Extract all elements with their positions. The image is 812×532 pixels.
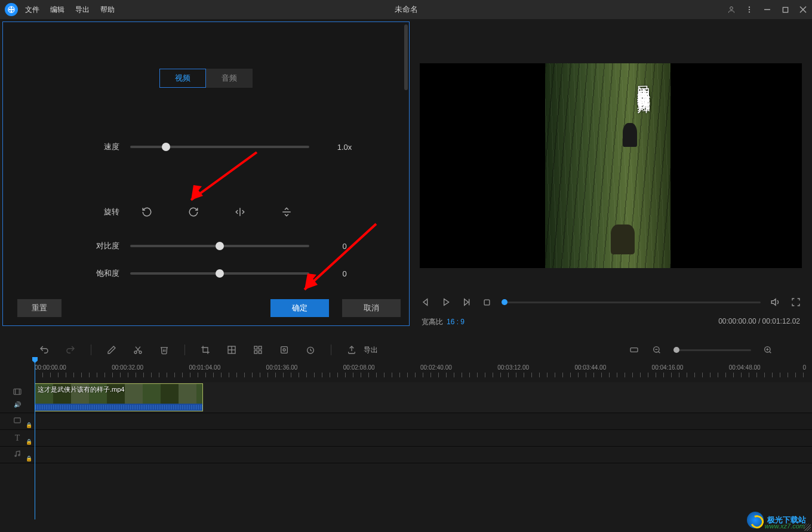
overlay-track-icon [13, 416, 21, 427]
svg-line-23 [136, 347, 140, 352]
crop-icon[interactable] [199, 344, 211, 356]
menu-export[interactable]: 导出 [75, 5, 90, 15]
maximize-button[interactable] [781, 5, 789, 14]
mosaic-icon[interactable] [226, 344, 238, 356]
saturation-slider[interactable] [130, 272, 309, 275]
svg-point-5 [9, 9, 10, 10]
rotate-label: 旋转 [87, 207, 119, 217]
scrollbar-thumb[interactable] [404, 24, 408, 90]
speed-slider[interactable] [130, 146, 309, 148]
zoom-out-icon[interactable] [651, 344, 663, 356]
cancel-button[interactable]: 取消 [342, 299, 401, 317]
delete-icon[interactable] [158, 344, 170, 356]
overlay-track[interactable]: 🔒 [0, 413, 812, 430]
volume-icon[interactable] [770, 297, 781, 307]
svg-point-3 [13, 9, 14, 10]
svg-rect-44 [14, 389, 21, 394]
svg-marker-19 [771, 299, 776, 306]
svg-point-1 [11, 9, 12, 10]
undo-icon[interactable] [38, 344, 50, 356]
tab-video[interactable]: 视频 [159, 69, 206, 88]
redo-icon[interactable] [64, 344, 76, 356]
video-track[interactable]: 🔊 这才是武侠片该有的样子.mp4 [0, 382, 812, 413]
svg-marker-16 [465, 299, 469, 306]
user-icon[interactable] [727, 5, 736, 14]
svg-point-32 [283, 349, 285, 351]
saturation-value: 0 [333, 269, 356, 278]
svg-line-35 [310, 350, 312, 351]
playhead[interactable] [35, 358, 35, 519]
preview-panel: 民间小伙用手机自制武侠短片 宽高比16 : 9 00:00:00.00 / 00… [410, 19, 812, 332]
zoom-fit-icon[interactable] [628, 344, 640, 356]
zoom-slider[interactable] [673, 349, 751, 351]
zoom-in-icon[interactable] [762, 344, 774, 356]
speed-label: 速度 [87, 142, 119, 152]
rotate-cw-icon[interactable] [187, 206, 199, 218]
stop-button[interactable] [481, 297, 492, 307]
menu-edit[interactable]: 编辑 [50, 5, 64, 15]
export-label[interactable]: 导出 [364, 345, 378, 355]
fullscreen-icon[interactable] [791, 297, 801, 307]
svg-marker-15 [444, 299, 449, 306]
svg-rect-36 [630, 348, 638, 352]
lock-icon[interactable]: 🔒 [26, 439, 32, 445]
audio-track-icon [13, 450, 21, 460]
preview-caption: 民间小伙用手机自制武侠短片 [635, 75, 653, 91]
tab-audio[interactable]: 音频 [206, 69, 253, 88]
flip-vertical-icon[interactable] [281, 206, 293, 218]
grid-icon[interactable] [252, 344, 264, 356]
ok-button[interactable]: 确定 [270, 299, 329, 317]
time-display: 00:00:00.00 / 00:01:12.02 [718, 317, 800, 327]
prev-frame-button[interactable] [420, 297, 431, 307]
video-clip[interactable]: 这才是武侠片该有的样子.mp4 [35, 383, 203, 411]
text-track-icon: T [15, 433, 20, 443]
timeline-ruler[interactable]: 00:00:00.00 00:00:32.00 00:01:04.00 00:0… [35, 364, 806, 379]
saturation-label: 饱和度 [87, 268, 119, 279]
watermark-url: www.xz7.com [765, 522, 805, 530]
timeline-tracks: 🔊 这才是武侠片该有的样子.mp4 🔒 T🔒 🔒 [0, 382, 812, 463]
watermark-logo-icon [747, 512, 764, 528]
svg-rect-28 [259, 346, 262, 349]
speaker-icon[interactable]: 🔊 [14, 401, 21, 408]
menu-file[interactable]: 文件 [25, 5, 39, 15]
clip-settings-panel: 视频 音频 速度 1.0x 旋转 对比度 0 饱和度 0 [2, 21, 410, 326]
close-button[interactable] [799, 5, 807, 14]
lock-icon[interactable]: 🔒 [26, 422, 32, 428]
duration-icon[interactable] [304, 344, 316, 356]
freeze-icon[interactable] [278, 344, 290, 356]
svg-point-2 [11, 7, 12, 8]
svg-line-22 [136, 347, 140, 352]
svg-marker-14 [423, 299, 427, 306]
preview-progress[interactable] [502, 302, 761, 303]
svg-rect-11 [783, 7, 788, 12]
svg-point-8 [749, 9, 750, 10]
reset-button[interactable]: 重置 [17, 299, 61, 317]
contrast-label: 对比度 [87, 241, 119, 251]
clip-filename: 这才是武侠片该有的样子.mp4 [38, 385, 124, 394]
flip-horizontal-icon[interactable] [234, 206, 246, 218]
next-frame-button[interactable] [461, 297, 472, 307]
more-icon[interactable] [745, 5, 753, 14]
video-preview: 民间小伙用手机自制武侠短片 [420, 63, 802, 268]
lock-icon[interactable]: 🔒 [26, 456, 32, 462]
text-track[interactable]: T🔒 [0, 430, 812, 447]
svg-rect-30 [259, 350, 262, 353]
svg-rect-31 [281, 347, 288, 353]
app-logo [5, 3, 18, 16]
audio-track[interactable]: 🔒 [0, 447, 812, 463]
export-icon[interactable] [346, 344, 358, 356]
play-button[interactable] [441, 297, 451, 307]
minimize-button[interactable] [763, 5, 771, 14]
svg-point-6 [730, 7, 733, 10]
cut-icon[interactable] [132, 344, 144, 356]
video-track-icon [13, 387, 22, 399]
rotate-ccw-icon[interactable] [141, 206, 153, 218]
contrast-slider[interactable] [130, 245, 309, 247]
resize-grip[interactable] [804, 524, 811, 531]
svg-rect-29 [254, 350, 257, 353]
svg-point-48 [15, 455, 16, 456]
timeline-toolbar: 导出 [0, 338, 812, 362]
aspect-ratio[interactable]: 宽高比16 : 9 [422, 317, 465, 327]
edit-icon[interactable] [106, 344, 118, 356]
menu-help[interactable]: 帮助 [100, 5, 115, 15]
